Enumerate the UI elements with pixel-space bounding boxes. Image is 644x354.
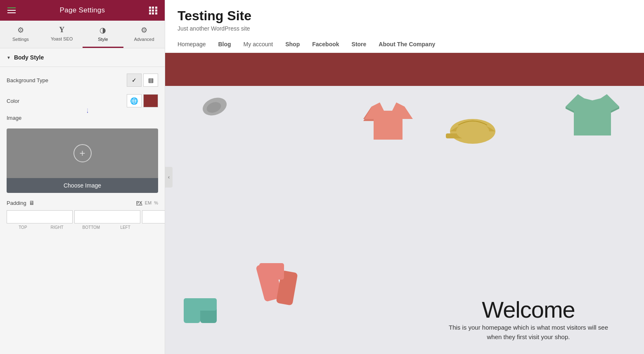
padding-inputs: 🔗 (7, 210, 158, 223)
tab-settings-label: Settings (12, 37, 29, 42)
padding-left-label: LEFT (109, 225, 142, 230)
cap-yellow-svg (446, 107, 500, 148)
tab-style-label: Style (98, 37, 108, 42)
image-label: Image (7, 115, 21, 121)
image-row: Image (7, 115, 158, 121)
section-arrow-icon: ▼ (7, 55, 11, 60)
padding-unit-em[interactable]: EM (145, 200, 152, 205)
padding-top-label: TOP (7, 225, 39, 230)
nav-blog[interactable]: Blog (218, 41, 231, 48)
padding-top-input[interactable] (7, 210, 73, 223)
tab-advanced[interactable]: ⚙ Advanced (123, 21, 165, 48)
welcome-subtitle: This is your homepage which is what most… (446, 323, 611, 342)
collapse-handle[interactable]: ‹ (165, 167, 173, 188)
image-upload-container: + Choose Image (7, 128, 158, 193)
settings-tab-icon: ⚙ (17, 26, 24, 35)
padding-label: Padding 🖥 (7, 200, 35, 206)
choose-image-button[interactable]: Choose Image (7, 178, 158, 193)
nav-shop[interactable]: Shop (285, 41, 300, 48)
preview-panel: ‹ Testing Site Just another WordPress si… (165, 0, 644, 354)
tab-yoast-seo[interactable]: Y Yoast SEO (41, 21, 83, 48)
longsleeve-green-svg (566, 90, 619, 140)
panel-tabs: ⚙ Settings Y Yoast SEO ◑ Style ⚙ Advance… (0, 21, 165, 48)
nav-store[interactable]: Store (352, 41, 367, 48)
color-row: Color 🌐 (7, 94, 158, 107)
padding-right-input[interactable] (74, 210, 140, 223)
style-tab-icon: ◑ (99, 26, 106, 35)
tshirt-pink-svg (363, 98, 413, 144)
pants-pink-svg (256, 263, 305, 321)
svg-point-13 (456, 122, 489, 140)
padding-monitor-icon: 🖥 (29, 200, 35, 206)
section-title: Body Style (14, 54, 44, 61)
padding-bottom-input[interactable] (142, 210, 165, 223)
padding-field-labels: TOP RIGHT BOTTOM LEFT (7, 225, 158, 230)
welcome-text-area: Welcome This is your homepage which is w… (446, 296, 611, 342)
tab-settings[interactable]: ⚙ Settings (0, 21, 41, 48)
background-type-color-btn[interactable]: ✓ (127, 74, 142, 87)
color-controls: 🌐 (127, 94, 158, 107)
padding-text: Padding (7, 200, 26, 206)
settings-panel: Page Settings ⚙ Settings Y Yoast SEO ◑ S… (0, 0, 165, 354)
background-type-label: Background Type (7, 77, 48, 83)
panel-content: ▼ Body Style Background Type ✓ ▤ Color 🌐 (0, 48, 165, 354)
padding-unit-percent[interactable]: % (154, 200, 158, 205)
padding-unit-buttons: PX EM % (136, 200, 158, 205)
image-upload-area[interactable]: + (7, 128, 158, 178)
grid-icon[interactable] (149, 7, 157, 14)
hamburger-icon[interactable] (7, 7, 16, 13)
nav-homepage[interactable]: Homepage (178, 41, 206, 48)
padding-right-label: RIGHT (41, 225, 73, 230)
color-global-btn[interactable]: 🌐 (127, 94, 142, 107)
yoast-tab-icon: Y (59, 26, 64, 34)
panel-header: Page Settings (0, 0, 165, 21)
svg-marker-14 (566, 94, 619, 135)
shop-section: Welcome This is your homepage which is w… (165, 86, 644, 354)
hero-section (165, 53, 644, 86)
padding-section: Padding 🖥 PX EM % 🔗 (7, 200, 158, 230)
background-type-controls: ✓ ▤ (127, 74, 158, 87)
blue-arrow-annotation (87, 90, 88, 131)
tab-style[interactable]: ◑ Style (83, 21, 124, 48)
navigation-bar: Homepage Blog My account Shop Facebook S… (165, 36, 644, 53)
tab-advanced-label: Advanced (134, 37, 154, 42)
color-label: Color (7, 98, 19, 104)
site-title: Testing Site (178, 8, 632, 24)
svg-rect-8 (184, 298, 217, 311)
section-body: Background Type ✓ ▤ Color 🌐 Image (0, 67, 165, 236)
welcome-title: Welcome (446, 296, 611, 323)
shirt-gray-svg (198, 90, 231, 123)
color-swatch[interactable] (143, 94, 158, 107)
site-subtitle: Just another WordPress site (178, 25, 632, 32)
body-style-section-header[interactable]: ▼ Body Style (0, 48, 165, 67)
background-type-image-btn[interactable]: ▤ (143, 74, 158, 87)
tab-yoast-label: Yoast SEO (51, 36, 73, 41)
site-header: Testing Site Just another WordPress site (165, 0, 644, 36)
clothing-items: Welcome This is your homepage which is w… (165, 86, 644, 354)
nav-about-company[interactable]: About The Company (379, 41, 435, 48)
padding-bottom-label: BOTTOM (75, 225, 108, 230)
shorts-teal-svg (182, 296, 223, 337)
svg-rect-5 (259, 263, 284, 280)
nav-my-account[interactable]: My account (244, 41, 273, 48)
advanced-tab-icon: ⚙ (141, 26, 147, 35)
padding-header: Padding 🖥 PX EM % (7, 200, 158, 206)
add-image-icon: + (73, 144, 92, 162)
background-type-row: Background Type ✓ ▤ (7, 74, 158, 87)
padding-unit-px[interactable]: PX (136, 200, 142, 205)
panel-title: Page Settings (60, 6, 105, 14)
nav-facebook[interactable]: Facebook (312, 41, 339, 48)
